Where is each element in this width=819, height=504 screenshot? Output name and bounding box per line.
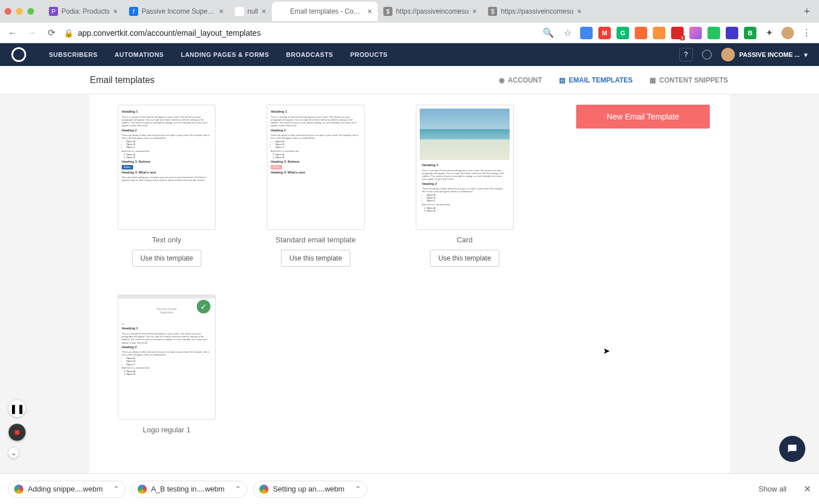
nav-link-landing-pages-forms[interactable]: LANDING PAGES & FORMS bbox=[181, 51, 269, 58]
browser-tab[interactable]: $https://passiveincomesu× bbox=[482, 2, 587, 21]
sub-tab-account[interactable]: ◉ACCOUNT bbox=[499, 76, 542, 84]
template-preview[interactable]: Heading 1This is a sample of how content… bbox=[267, 105, 365, 230]
extension-icon[interactable] bbox=[708, 27, 720, 39]
intercom-chat-button[interactable] bbox=[779, 436, 805, 462]
recording-controls: ❚❚ ■ ⌄ bbox=[8, 399, 26, 458]
template-preview[interactable]: Heading 1This is a sample of how content… bbox=[118, 105, 216, 230]
extensions-menu-icon[interactable]: ✦ bbox=[762, 26, 776, 40]
nav-link-automations[interactable]: AUTOMATIONS bbox=[115, 51, 164, 58]
snip-icon: ▦ bbox=[650, 76, 656, 84]
template-item: Heading 1This is a sample of how content… bbox=[267, 105, 365, 283]
close-window-button[interactable] bbox=[5, 8, 11, 15]
extension-icon[interactable] bbox=[726, 27, 738, 39]
download-item[interactable]: A_B testing in....webm⌃ bbox=[131, 481, 247, 498]
tab-close-button[interactable]: × bbox=[367, 7, 372, 16]
use-template-button[interactable]: Use this template bbox=[132, 250, 202, 267]
profile-avatar-icon[interactable] bbox=[781, 27, 794, 39]
download-filename: A_B testing in....webm bbox=[151, 485, 225, 493]
template-name: Logo regular 1 bbox=[118, 425, 216, 434]
chevron-down-icon: ▾ bbox=[804, 51, 808, 59]
use-template-button[interactable]: Use this template bbox=[281, 250, 351, 267]
download-filename: Adding snippe....webm bbox=[28, 485, 103, 493]
tab-close-button[interactable]: × bbox=[262, 7, 266, 16]
template-name: Standard email template bbox=[267, 236, 365, 244]
sub-tab-content-snippets[interactable]: ▦CONTENT SNIPPETS bbox=[650, 76, 728, 84]
pause-recording-button[interactable]: ❚❚ bbox=[8, 399, 26, 418]
favicon-icon: P bbox=[49, 7, 58, 16]
browser-tab[interactable]: $https://passiveincomesu× bbox=[378, 2, 482, 21]
collapse-controls-button[interactable]: ⌄ bbox=[8, 447, 19, 458]
sidebar-right: New Email Template bbox=[576, 105, 730, 451]
browser-tab[interactable]: PPodia: Products× bbox=[43, 2, 123, 21]
forward-button[interactable]: → bbox=[25, 26, 39, 40]
extension-icon[interactable]: 1 bbox=[671, 27, 684, 39]
file-icon bbox=[138, 485, 147, 494]
favicon-icon: ○ bbox=[235, 7, 244, 16]
search-icon[interactable]: 🔍 bbox=[541, 26, 555, 40]
bookmark-star-icon[interactable]: ☆ bbox=[561, 26, 574, 40]
new-email-template-button[interactable]: New Email Template bbox=[576, 105, 710, 129]
doc-icon: ▤ bbox=[559, 76, 565, 84]
browser-toolbar: ← → ⟳ 🔒 app.convertkit.com/account/email… bbox=[0, 23, 819, 43]
template-preview[interactable]: ✓Passive IncomeSuperstarsHiHeading 1This… bbox=[118, 295, 216, 420]
tab-close-button[interactable]: × bbox=[219, 7, 224, 16]
file-icon bbox=[14, 485, 23, 494]
chevron-up-icon[interactable]: ⌃ bbox=[235, 485, 241, 493]
sub-tab-email-templates[interactable]: ▤EMAIL TEMPLATES bbox=[559, 76, 632, 84]
template-preview[interactable]: Heading 1This is a sample of how content… bbox=[416, 105, 514, 230]
tab-close-button[interactable]: × bbox=[577, 7, 581, 16]
stop-recording-button[interactable]: ■ bbox=[8, 423, 26, 441]
tab-close-button[interactable]: × bbox=[472, 7, 477, 16]
minimize-window-button[interactable] bbox=[16, 8, 23, 15]
sub-tab-label: ACCOUNT bbox=[508, 76, 542, 84]
browser-tab[interactable]: ○Email templates - Conver× bbox=[272, 2, 378, 21]
extension-icon[interactable] bbox=[689, 27, 702, 39]
extension-icon[interactable]: B bbox=[744, 27, 756, 39]
show-all-downloads[interactable]: Show all bbox=[759, 485, 787, 493]
extensions-area: M G 1 B ✦ ⋮ bbox=[580, 26, 813, 40]
extension-icon[interactable]: G bbox=[617, 27, 629, 39]
extension-icon[interactable] bbox=[635, 27, 647, 39]
address-bar[interactable]: 🔒 app.convertkit.com/account/email_layou… bbox=[64, 28, 536, 38]
chat-icon bbox=[786, 443, 799, 455]
close-downloads-bar[interactable]: ✕ bbox=[804, 484, 811, 494]
download-item[interactable]: Adding snippe....webm⌃ bbox=[8, 481, 126, 498]
nav-link-subscribers[interactable]: SUBSCRIBERS bbox=[49, 51, 98, 58]
nav-link-broadcasts[interactable]: BROADCASTS bbox=[286, 51, 333, 58]
tab-close-button[interactable]: × bbox=[113, 7, 118, 16]
tab-title: null bbox=[247, 7, 258, 15]
help-button[interactable]: ? bbox=[679, 48, 693, 61]
sub-tab-label: CONTENT SNIPPETS bbox=[659, 76, 728, 84]
page-subnav: Email templates ◉ACCOUNT▤EMAIL TEMPLATES… bbox=[0, 66, 819, 94]
browser-tab[interactable]: fPassive Income Supersta× bbox=[123, 2, 229, 21]
window-controls bbox=[5, 8, 34, 15]
download-filename: Setting up an....webm bbox=[273, 485, 345, 493]
download-item[interactable]: Setting up an....webm⌃ bbox=[253, 481, 367, 498]
reload-button[interactable]: ⟳ bbox=[44, 26, 58, 40]
page-title: Email templates bbox=[90, 75, 155, 85]
chevron-up-icon[interactable]: ⌃ bbox=[355, 485, 361, 493]
status-indicator-icon[interactable] bbox=[702, 49, 712, 60]
use-template-button[interactable]: Use this template bbox=[430, 250, 500, 267]
user-menu[interactable]: PASSIVE INCOME ... ▾ bbox=[721, 48, 808, 61]
browser-tab[interactable]: ○null× bbox=[229, 2, 272, 21]
new-tab-button[interactable]: + bbox=[799, 3, 814, 20]
extension-icon[interactable] bbox=[580, 27, 593, 39]
extension-icon[interactable]: M bbox=[598, 27, 611, 39]
tab-title: https://passiveincomesu bbox=[500, 7, 573, 15]
app-logo[interactable] bbox=[11, 47, 26, 62]
sub-tab-label: EMAIL TEMPLATES bbox=[569, 76, 632, 84]
browser-menu-icon[interactable]: ⋮ bbox=[800, 26, 813, 40]
maximize-window-button[interactable] bbox=[27, 8, 34, 15]
favicon-icon: $ bbox=[383, 7, 392, 16]
user-icon: ◉ bbox=[499, 76, 504, 84]
chevron-up-icon[interactable]: ⌃ bbox=[113, 485, 119, 493]
url-text: app.convertkit.com/account/email_layout_… bbox=[78, 28, 260, 38]
default-check-icon: ✓ bbox=[197, 300, 210, 313]
template-item: Heading 1This is a sample of how content… bbox=[118, 105, 216, 283]
favicon-icon: ○ bbox=[278, 7, 287, 16]
back-button[interactable]: ← bbox=[6, 26, 19, 40]
tab-title: Email templates - Conver bbox=[290, 7, 364, 15]
extension-icon[interactable] bbox=[653, 27, 665, 39]
nav-link-products[interactable]: PRODUCTS bbox=[350, 51, 388, 58]
